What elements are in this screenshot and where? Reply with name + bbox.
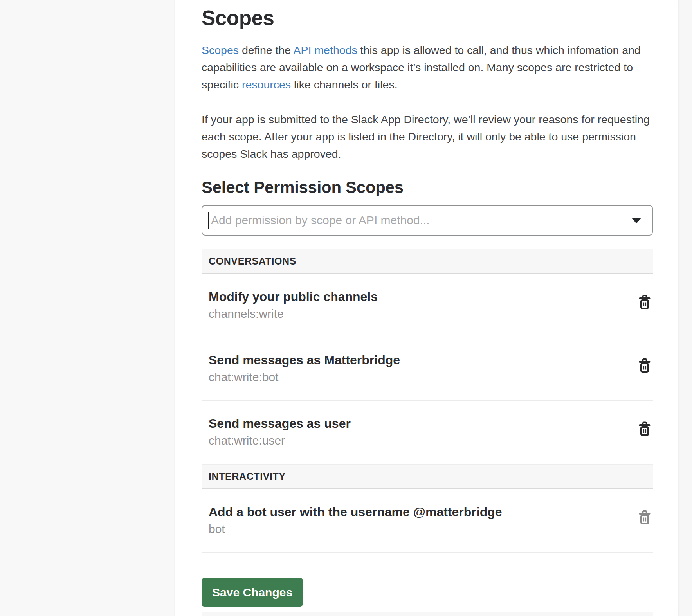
remove-scope-button[interactable]	[639, 358, 652, 374]
trash-icon	[639, 510, 652, 526]
group-label: CONVERSATIONS	[209, 256, 296, 267]
right-page-background	[678, 0, 692, 616]
scope-search-input[interactable]	[202, 205, 653, 236]
scope-row-channels-write: Modify your public channels channels:wri…	[202, 274, 653, 337]
group-header-conversations: CONVERSATIONS	[202, 249, 653, 274]
scopes-link[interactable]: Scopes	[202, 44, 239, 56]
remove-scope-button[interactable]	[639, 421, 652, 438]
next-section-divider	[202, 612, 653, 616]
directory-review-paragraph: If your app is submitted to the Slack Ap…	[202, 111, 653, 162]
scope-title: Add a bot user with the username @matter…	[209, 504, 629, 520]
api-methods-link[interactable]: API methods	[294, 44, 357, 56]
scope-row-chat-write-user: Send messages as user chat:write:user	[202, 401, 653, 464]
scope-code: channels:write	[209, 305, 629, 322]
text-cursor	[208, 212, 209, 229]
intro-text-3: like channels or files.	[291, 78, 397, 91]
select-permission-scopes-heading: Select Permission Scopes	[202, 177, 653, 198]
scope-row-chat-write-bot: Send messages as Matterbridge chat:write…	[202, 337, 653, 401]
scope-title: Modify your public channels	[209, 289, 629, 304]
group-header-interactivity: INTERACTIVITY	[202, 464, 653, 489]
scope-title: Send messages as Matterbridge	[209, 352, 629, 368]
trash-icon	[639, 295, 652, 310]
scope-code: chat:write:user	[209, 432, 629, 449]
scope-row-bot: Add a bot user with the username @matter…	[202, 489, 653, 553]
trash-icon	[639, 358, 652, 374]
page-title: Scopes	[202, 5, 653, 31]
intro-text-1: define the	[239, 44, 293, 56]
trash-icon	[639, 421, 652, 437]
scope-title: Send messages as user	[209, 416, 629, 431]
scope-picker	[202, 205, 653, 236]
resources-link[interactable]: resources	[242, 78, 291, 91]
scope-code: chat:write:bot	[209, 369, 629, 386]
scopes-content-panel: Scopes Scopes define the API methods thi…	[175, 0, 678, 616]
scopes-intro-paragraph: Scopes define the API methods this app i…	[202, 41, 653, 93]
group-label: INTERACTIVITY	[209, 471, 286, 482]
left-sidebar-background	[0, 0, 175, 616]
chevron-down-icon[interactable]	[632, 218, 641, 223]
scope-code: bot	[209, 521, 629, 538]
remove-scope-button[interactable]	[639, 294, 652, 311]
remove-scope-button[interactable]	[639, 510, 652, 526]
save-changes-button[interactable]: Save Changes	[202, 578, 303, 607]
